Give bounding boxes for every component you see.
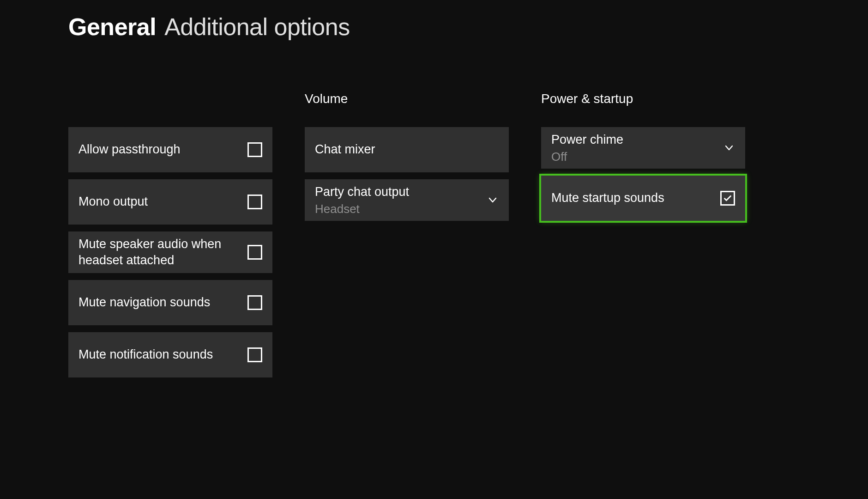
checkbox-icon [247,195,262,209]
option-label: Mute startup sounds [551,190,664,206]
checkbox-icon [247,347,262,362]
volume-column: Volume Chat mixer Party chat output Head… [305,91,509,384]
mute-speaker-headset-toggle[interactable]: Mute speaker audio when headset attached [68,231,272,273]
party-chat-output-select[interactable]: Party chat output Headset [305,179,509,221]
header-category: General [68,13,156,41]
power-chime-select[interactable]: Power chime Off [541,127,745,169]
mono-output-toggle[interactable]: Mono output [68,179,272,225]
chevron-down-icon [723,142,735,154]
chevron-down-icon [487,194,499,206]
volume-header: Volume [305,91,509,106]
chat-mixer-button[interactable]: Chat mixer [305,127,509,172]
power-startup-column: Power & startup Power chime Off Mute sta… [541,91,745,384]
power-startup-header: Power & startup [541,91,745,106]
checkbox-icon [720,191,735,206]
mute-navigation-sounds-toggle[interactable]: Mute navigation sounds [68,280,272,325]
page-header: General Additional options [68,13,868,41]
option-text: Party chat output Headset [315,184,409,216]
option-value: Headset [315,202,409,216]
mute-startup-sounds-toggle[interactable]: Mute startup sounds [541,176,745,221]
allow-passthrough-toggle[interactable]: Allow passthrough [68,127,272,172]
option-label: Mute speaker audio when headset attached [78,236,226,268]
option-label: Mute navigation sounds [78,294,210,310]
option-text: Power chime Off [551,132,623,164]
option-label: Allow passthrough [78,141,181,158]
option-label: Party chat output [315,184,409,200]
option-label: Chat mixer [315,141,375,158]
general-column: — Allow passthrough Mono output Mute spe… [68,91,272,384]
checkbox-icon [247,142,262,157]
option-label: Power chime [551,132,623,148]
mute-notification-sounds-toggle[interactable]: Mute notification sounds [68,332,272,377]
header-title: Additional options [164,13,350,41]
checkbox-icon [247,245,262,260]
option-label: Mono output [78,194,148,210]
checkbox-icon [247,295,262,310]
option-value: Off [551,150,623,164]
option-label: Mute notification sounds [78,347,213,363]
